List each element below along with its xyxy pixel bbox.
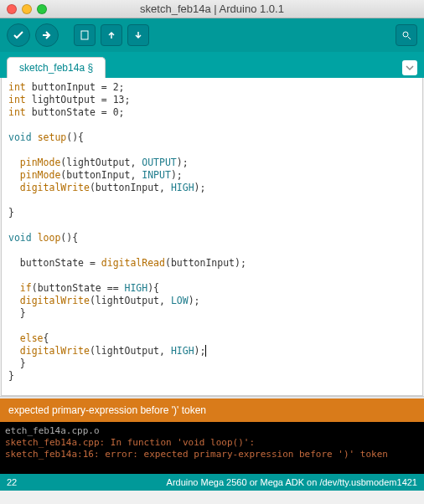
svg-point-1 <box>403 32 408 37</box>
code-editor[interactable]: int buttonInput = 2; int lightOutput = 1… <box>1 78 423 396</box>
status-line-number: 22 <box>7 477 17 487</box>
status-bar: 22 Arduino Mega 2560 or Mega ADK on /dev… <box>0 474 424 491</box>
window-title: sketch_feb14a | Arduino 1.0.1 <box>47 3 377 15</box>
toolbar <box>0 18 424 52</box>
new-button[interactable] <box>74 24 96 46</box>
error-message: expected primary-expression before ')' t… <box>8 404 206 416</box>
tab-bar: sketch_feb14a § <box>0 52 424 78</box>
console-line: sketch_feb14a:16: error: expected primar… <box>5 449 419 460</box>
open-button[interactable] <box>101 24 122 46</box>
titlebar: sketch_feb14a | Arduino 1.0.1 <box>0 0 424 18</box>
minimize-icon[interactable] <box>22 4 32 14</box>
upload-button[interactable] <box>35 23 59 47</box>
tab-menu-button[interactable] <box>402 60 417 75</box>
verify-button[interactable] <box>7 23 30 47</box>
tab-sketch[interactable]: sketch_feb14a § <box>7 57 106 78</box>
status-board: Arduino Mega 2560 or Mega ADK on /dev/tt… <box>167 477 417 487</box>
console-line: sketch_feb14a.cpp: In function 'void loo… <box>5 437 419 449</box>
maximize-icon[interactable] <box>37 4 47 14</box>
traffic-lights <box>7 4 47 14</box>
code-line: int <box>8 81 26 93</box>
close-icon[interactable] <box>7 4 17 14</box>
text-caret <box>205 345 206 357</box>
save-button[interactable] <box>127 24 149 46</box>
console[interactable]: etch_feb14a.cpp.o sketch_feb14a.cpp: In … <box>0 422 424 474</box>
console-line: etch_feb14a.cpp.o <box>5 425 419 437</box>
error-bar: expected primary-expression before ')' t… <box>0 399 424 422</box>
svg-rect-0 <box>81 31 88 39</box>
serial-monitor-button[interactable] <box>396 24 417 46</box>
